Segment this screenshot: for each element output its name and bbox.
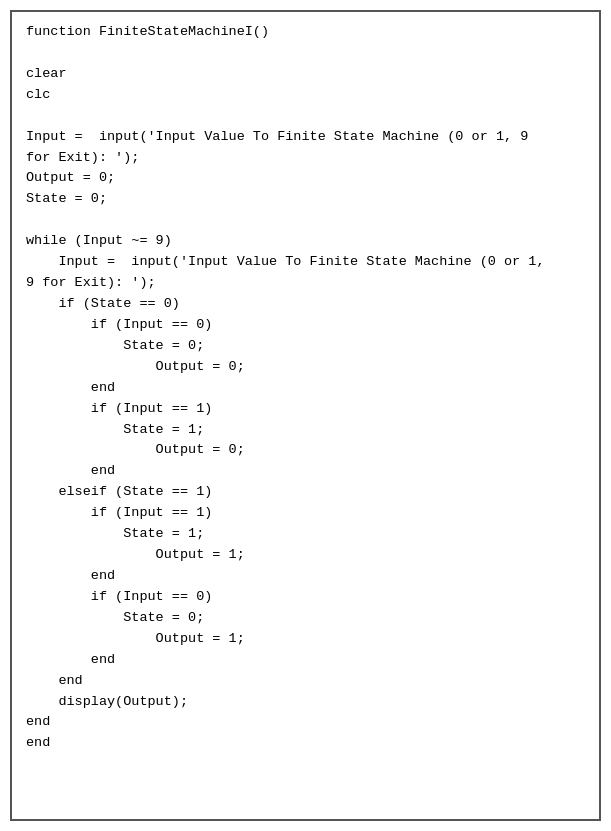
- code-container: function FiniteStateMachineI() clear clc…: [10, 10, 601, 821]
- code-block: function FiniteStateMachineI() clear clc…: [26, 22, 585, 754]
